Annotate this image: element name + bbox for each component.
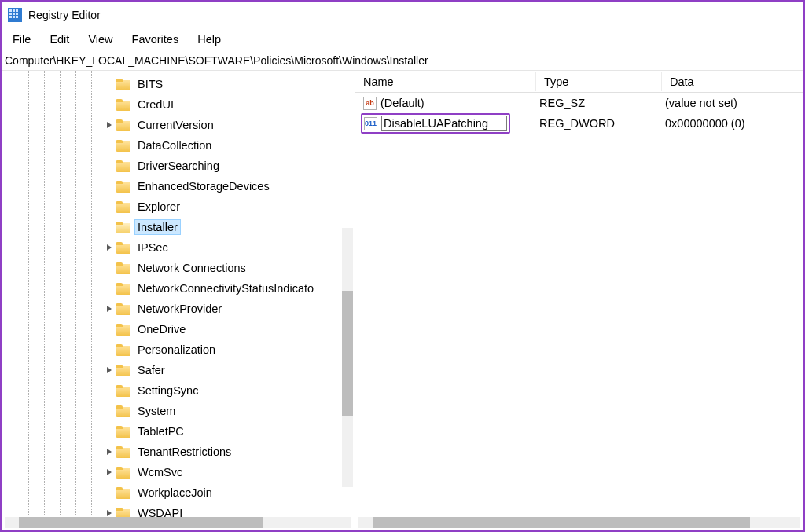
expand-icon	[104, 79, 115, 90]
tree-item[interactable]: BITS	[2, 74, 355, 94]
rename-highlight: 011	[361, 113, 510, 134]
menu-help[interactable]: Help	[188, 31, 230, 48]
tree-item[interactable]: Safer	[2, 360, 355, 380]
svg-rect-8	[13, 16, 15, 18]
values-header: Name Type Data	[355, 71, 803, 93]
tree-item-label: Safer	[135, 363, 167, 377]
tree-item[interactable]: EnhancedStorageDevices	[2, 176, 355, 196]
tree-item-label: Personalization	[135, 343, 218, 357]
values-list[interactable]: ab(Default)REG_SZ(value not set)011REG_D…	[355, 93, 803, 134]
tree-item[interactable]: System	[2, 401, 355, 421]
menu-file[interactable]: File	[3, 31, 40, 48]
expand-icon[interactable]	[104, 119, 115, 130]
value-name-label: (Default)	[380, 97, 425, 109]
svg-rect-9	[16, 16, 18, 18]
folder-icon	[116, 487, 130, 499]
folder-icon	[116, 262, 130, 274]
expand-icon[interactable]	[104, 365, 115, 376]
tree-item-label: Installer	[135, 220, 180, 234]
tree-item[interactable]: CredUI	[2, 94, 355, 115]
column-type[interactable]: Type	[536, 72, 662, 91]
expand-icon	[104, 201, 115, 212]
value-type-cell: REG_DWORD	[536, 117, 662, 130]
svg-rect-6	[16, 13, 18, 15]
string-value-icon: ab	[363, 97, 377, 110]
tree-item[interactable]: CurrentVersion	[2, 115, 355, 135]
expand-icon[interactable]	[104, 446, 115, 457]
folder-icon	[116, 324, 130, 336]
tree-item[interactable]: NetworkConnectivityStatusIndicato	[2, 278, 355, 299]
tree-item-label: CredUI	[135, 97, 176, 112]
tree-item-label: System	[135, 404, 178, 418]
expand-icon[interactable]	[104, 303, 115, 314]
folder-icon	[116, 467, 130, 479]
values-horizontal-scrollbar[interactable]	[358, 517, 800, 528]
tree-item[interactable]: SettingSync	[2, 380, 355, 401]
folder-icon	[116, 242, 130, 254]
value-row[interactable]: ab(Default)REG_SZ(value not set)	[355, 93, 803, 113]
tree-item-label: CurrentVersion	[135, 118, 216, 132]
address-path: Computer\HKEY_LOCAL_MACHINE\SOFTWARE\Pol…	[5, 54, 428, 67]
folder-icon	[116, 426, 130, 438]
tree-item-label: NetworkConnectivityStatusIndicato	[135, 281, 316, 295]
folder-icon	[116, 385, 130, 397]
tree-vertical-scrollbar[interactable]	[342, 228, 353, 487]
folder-icon	[116, 160, 130, 172]
tree-item-label: DataCollection	[135, 138, 214, 152]
menu-favorites[interactable]: Favorites	[123, 31, 189, 48]
expand-icon	[104, 405, 115, 416]
tree-item[interactable]: Network Connections	[2, 258, 355, 278]
folder-icon	[116, 99, 130, 111]
main-split: BITSCredUICurrentVersionDataCollectionDr…	[2, 71, 803, 530]
menu-view[interactable]: View	[79, 31, 122, 48]
value-row[interactable]: 011REG_DWORD0x00000000 (0)	[355, 113, 803, 134]
svg-rect-7	[9, 16, 12, 18]
folder-icon	[116, 201, 130, 213]
registry-tree[interactable]: BITSCredUICurrentVersionDataCollectionDr…	[2, 71, 355, 523]
expand-icon[interactable]	[104, 242, 115, 253]
tree-item-label: BITS	[135, 77, 165, 91]
svg-rect-5	[13, 13, 15, 15]
tree-item[interactable]: NetworkProvider	[2, 299, 355, 319]
tree-item[interactable]: OneDrive	[2, 319, 355, 339]
expand-icon	[104, 262, 115, 273]
dword-value-icon: 011	[364, 117, 377, 130]
tree-item[interactable]: WorkplaceJoin	[2, 482, 355, 503]
value-rename-input[interactable]	[381, 116, 507, 131]
tree-item[interactable]: IPSec	[2, 237, 355, 258]
folder-icon	[116, 446, 130, 458]
folder-icon	[116, 140, 130, 152]
folder-icon	[116, 405, 130, 417]
expand-icon	[104, 426, 115, 437]
tree-item[interactable]: Personalization	[2, 339, 355, 360]
tree-pane: BITSCredUICurrentVersionDataCollectionDr…	[2, 71, 355, 530]
tree-item[interactable]: TabletPC	[2, 421, 355, 442]
title-bar: Registry Editor	[2, 2, 803, 28]
expand-icon	[104, 385, 115, 396]
menu-edit[interactable]: Edit	[40, 31, 79, 48]
values-pane: Name Type Data ab(Default)REG_SZ(value n…	[355, 71, 803, 530]
tree-item[interactable]: Explorer	[2, 196, 355, 217]
column-data[interactable]: Data	[662, 72, 803, 91]
tree-item[interactable]: WcmSvc	[2, 462, 355, 482]
folder-icon	[116, 365, 130, 376]
expand-icon	[104, 487, 115, 498]
tree-item-label: TabletPC	[135, 424, 186, 438]
tree-item[interactable]: DriverSearching	[2, 156, 355, 176]
address-bar[interactable]: Computer\HKEY_LOCAL_MACHINE\SOFTWARE\Pol…	[2, 50, 803, 71]
tree-item-label: DriverSearching	[135, 159, 222, 173]
tree-item[interactable]: DataCollection	[2, 135, 355, 156]
folder-icon	[116, 303, 130, 315]
regedit-app-icon	[8, 8, 22, 22]
tree-item-label: WcmSvc	[135, 465, 185, 479]
column-name[interactable]: Name	[355, 72, 536, 91]
tree-item[interactable]: TenantRestrictions	[2, 442, 355, 462]
value-data-cell: (value not set)	[662, 97, 803, 109]
tree-item-label: NetworkProvider	[135, 302, 224, 316]
tree-item-label: Network Connections	[135, 261, 248, 275]
value-name-cell: 011	[360, 113, 536, 134]
tree-item[interactable]: Installer	[2, 217, 355, 237]
expand-icon[interactable]	[104, 467, 115, 478]
folder-icon	[116, 181, 130, 193]
tree-horizontal-scrollbar[interactable]	[5, 517, 351, 528]
